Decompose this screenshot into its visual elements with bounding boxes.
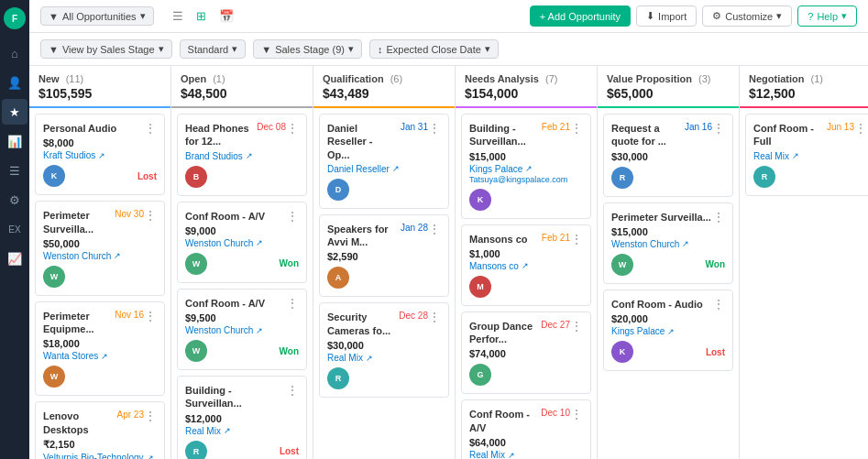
company-link[interactable]: Daniel Reseller	[327, 164, 390, 174]
company-link[interactable]: Real Mix	[327, 353, 363, 363]
card-company: Wenston Church ↗	[611, 239, 725, 249]
card-company: Wenston Church ↗	[43, 251, 157, 261]
more-options-icon[interactable]: ⋮	[570, 408, 583, 421]
card[interactable]: Conf Room - A/V Dec 10 ⋮ $64,000 Real Mi…	[461, 399, 591, 459]
col-amount: $105,595	[38, 86, 161, 101]
card[interactable]: Speakers for Avvi M... Jan 28 ⋮ $2,590 A	[319, 214, 449, 298]
card[interactable]: Security Cameras fo... Dec 28 ⋮ $30,000 …	[319, 302, 449, 398]
more-options-icon[interactable]: ⋮	[854, 122, 867, 135]
card-footer: K Lost	[43, 165, 157, 187]
sidebar-icon-list[interactable]: ☰	[2, 158, 27, 183]
company-link[interactable]: Real Mix	[753, 151, 789, 161]
import-icon: ⬇	[646, 10, 654, 22]
opportunities-filter[interactable]: ▼ All Opportunities ▾	[40, 6, 154, 26]
external-link-icon: ↗	[147, 454, 154, 459]
close-date-filter[interactable]: ↕ Expected Close Date ▾	[369, 39, 499, 59]
card-title: Conf Room - A/V	[185, 297, 286, 310]
sidebar-icon-person[interactable]: 👤	[2, 70, 27, 95]
calendar-view-icon[interactable]: 📅	[215, 7, 237, 25]
col-title: Value Proposition (3)	[607, 73, 730, 84]
column-negotiation: Negotiation (1)$12,500 Conf Room - Full …	[740, 66, 868, 459]
card[interactable]: Conf Room - A/V ⋮ $9,000 Wenston Church …	[177, 202, 307, 283]
card[interactable]: Lenovo Desktops Apr 23 ⋮ ₹2,150 Velturpi…	[35, 401, 165, 459]
more-options-icon[interactable]: ⋮	[428, 122, 441, 135]
card[interactable]: Perimeter Surveilla... ⋮ $15,000 Wenston…	[603, 202, 733, 284]
avatar: R	[185, 441, 207, 459]
company-link[interactable]: Real Mix	[185, 426, 221, 436]
company-link[interactable]: Kings Palace	[469, 164, 522, 174]
kanban-view-icon[interactable]: ⊞	[192, 7, 210, 25]
more-options-icon[interactable]: ⋮	[144, 209, 157, 222]
more-options-icon[interactable]: ⋮	[570, 122, 583, 135]
card[interactable]: Daniel Reseller - Op... Jan 31 ⋮ Daniel …	[319, 114, 449, 209]
company-link[interactable]: Kings Palace	[611, 326, 665, 336]
sidebar-icon-graph[interactable]: 📈	[2, 246, 27, 271]
more-options-icon[interactable]: ⋮	[286, 210, 299, 223]
company-link[interactable]: Kraft Studios	[43, 150, 95, 160]
company-link[interactable]: Mansons co	[469, 261, 519, 271]
col-header-open: Open (1)$48,500	[171, 66, 313, 108]
card[interactable]: Perimeter Equipme... Nov 16 ⋮ $18,000 Wa…	[35, 301, 165, 397]
import-button[interactable]: ⬇ Import	[636, 5, 697, 27]
company-link[interactable]: Brand Studios	[185, 151, 243, 161]
company-link[interactable]: Wenston Church	[185, 238, 253, 248]
company-link[interactable]: Wenston Church	[611, 239, 679, 249]
card[interactable]: Head Phones for 12... Dec 08 ⋮ Brand Stu…	[177, 114, 307, 196]
card[interactable]: Perimeter Surveilla... Nov 30 ⋮ $50,000 …	[35, 201, 165, 296]
more-options-icon[interactable]: ⋮	[712, 211, 725, 224]
sidebar-icon-star[interactable]: ★	[2, 99, 27, 125]
card-amount: $9,500	[185, 312, 299, 323]
more-options-icon[interactable]: ⋮	[712, 122, 725, 135]
card[interactable]: Conf Room - A/V ⋮ $9,500 Wenston Church …	[177, 289, 307, 370]
card-company: Real Mix ↗	[753, 151, 867, 161]
opportunities-filter-label: All Opportunities	[62, 11, 137, 22]
col-title-text: Open	[181, 73, 206, 84]
add-opportunity-button[interactable]: + Add Opportunity	[530, 5, 631, 27]
more-options-icon[interactable]: ⋮	[428, 223, 441, 235]
external-link-icon: ↗	[101, 352, 108, 361]
card[interactable]: Group Dance Perfor... Dec 27 ⋮ $74,000 G	[461, 311, 591, 395]
card[interactable]: Mansons co Feb 21 ⋮ $1,000 Mansons co ↗ …	[461, 224, 591, 306]
card[interactable]: Building - Surveillan... ⋮ $12,000 Real …	[177, 376, 307, 459]
card-amount: $1,000	[469, 248, 583, 259]
company-link[interactable]: Wenston Church	[43, 251, 111, 261]
more-options-icon[interactable]: ⋮	[144, 310, 157, 322]
list-view-icon[interactable]: ☰	[169, 7, 187, 25]
more-options-icon[interactable]: ⋮	[286, 122, 299, 135]
sidebar-icon-home[interactable]: ⌂	[2, 40, 27, 66]
customize-button[interactable]: ⚙ Customize ▾	[702, 5, 792, 27]
sidebar-icon-ex[interactable]: EX	[2, 216, 27, 242]
company-link[interactable]: Real Mix	[469, 450, 505, 459]
card[interactable]: Conf Room - Audio ⋮ $20,000 Kings Palace…	[603, 290, 733, 371]
help-button[interactable]: ? Help ▾	[797, 5, 857, 27]
sidebar-icon-settings[interactable]: ⚙	[2, 187, 27, 213]
more-options-icon[interactable]: ⋮	[286, 297, 299, 310]
more-options-icon[interactable]: ⋮	[144, 410, 157, 422]
more-options-icon[interactable]: ⋮	[570, 233, 583, 246]
avatar: W	[185, 253, 207, 275]
more-options-icon[interactable]: ⋮	[428, 311, 441, 323]
card-title: Mansons co	[469, 233, 538, 246]
card[interactable]: Personal Audio ⋮ $8,000 Kraft Studios ↗ …	[35, 114, 165, 195]
company-link[interactable]: Wanta Stores	[43, 351, 98, 361]
card[interactable]: Conf Room - Full Jun 13 ⋮ Real Mix ↗ R	[745, 114, 868, 196]
card-header: Conf Room - Full Jun 13 ⋮	[753, 122, 867, 148]
company-link[interactable]: Velturpis Bio-Technology	[43, 453, 144, 459]
sidebar-icon-chart[interactable]: 📊	[2, 128, 27, 154]
card[interactable]: Building - Surveillan... Feb 21 ⋮ $15,00…	[461, 114, 591, 219]
col-header-new: New (11)$105,595	[29, 66, 170, 108]
more-options-icon[interactable]: ⋮	[712, 298, 725, 311]
avatar: R	[753, 166, 775, 188]
avatar: W	[185, 340, 207, 362]
view-by-filter[interactable]: ▼ View by Sales Stage ▾	[40, 39, 172, 59]
card-amount: $50,000	[43, 238, 157, 249]
filter-icon: ▼	[49, 11, 59, 22]
more-options-icon[interactable]: ⋮	[570, 320, 583, 333]
card-title: Group Dance Perfor...	[469, 320, 537, 346]
more-options-icon[interactable]: ⋮	[286, 384, 299, 397]
sales-stage-filter[interactable]: ▼ Sales Stage (9) ▾	[253, 39, 362, 59]
company-link[interactable]: Wenston Church	[185, 325, 253, 335]
card[interactable]: Request a quote for ... Jan 16 ⋮ $30,000…	[603, 114, 733, 197]
standard-filter[interactable]: Standard ▾	[180, 39, 247, 59]
more-options-icon[interactable]: ⋮	[144, 122, 157, 135]
